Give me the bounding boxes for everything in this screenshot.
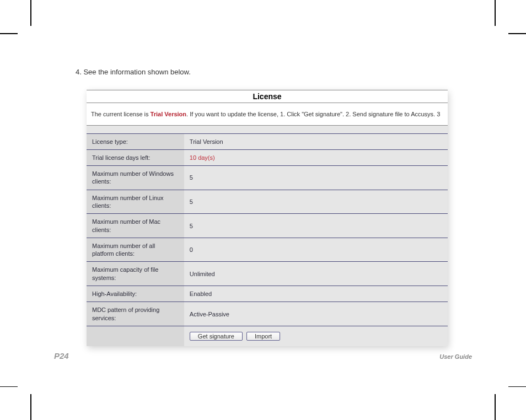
crop-mark — [495, 394, 496, 420]
guide-label: User Guide — [439, 353, 472, 360]
row-value: 5 — [184, 190, 448, 214]
row-value: 0 — [184, 238, 448, 262]
crop-mark — [495, 0, 496, 26]
table-row: Maximum number of all platform clients: … — [87, 238, 448, 262]
table-row: Maximum number of Windows clients: 5 — [87, 166, 448, 190]
row-label: License type: — [87, 133, 184, 149]
panel-title-bar: License — [87, 90, 448, 103]
table-row: MDC pattern of providing services: Activ… — [87, 302, 448, 326]
page-footer: P24 User Guide — [54, 351, 472, 360]
row-value: 10 day(s) — [184, 149, 448, 165]
page-number: P24 — [54, 351, 69, 360]
row-value: Trial Version — [184, 133, 448, 149]
table-row: Maximum number of Mac clients: 5 — [87, 214, 448, 238]
crop-mark — [30, 394, 31, 420]
panel-title: License — [253, 92, 281, 101]
table-row: High-Availability: Enabled — [87, 286, 448, 302]
row-label: Trial license days left: — [87, 149, 184, 165]
button-row: Get signature Import — [87, 326, 448, 346]
row-value: 5 — [184, 166, 448, 190]
license-table: License type: Trial Version Trial licens… — [87, 126, 448, 346]
table-row: License type: Trial Version — [87, 133, 448, 149]
page-content: 4. See the information shown below. Lice… — [76, 68, 526, 346]
crop-mark — [508, 386, 526, 387]
row-value: Enabled — [184, 286, 448, 302]
row-label: High-Availability: — [87, 286, 184, 302]
import-button[interactable]: Import — [246, 332, 280, 341]
table-row: Maximum number of Linux clients: 5 — [87, 190, 448, 214]
row-label: Maximum number of all platform clients: — [87, 238, 184, 262]
notice-post: . If you want to update the license, 1. … — [186, 111, 440, 117]
row-value: 5 — [184, 214, 448, 238]
license-screenshot: License The current license is Trial Ver… — [87, 90, 448, 346]
crop-mark — [0, 386, 18, 387]
crop-mark — [508, 33, 526, 34]
notice-trial-version: Trial Version — [151, 111, 186, 117]
license-notice: The current license is Trial Version. If… — [87, 103, 448, 126]
crop-mark — [30, 0, 31, 26]
row-label: Maximum number of Mac clients: — [87, 214, 184, 238]
row-value: Unlimited — [184, 262, 448, 286]
row-value: Active-Passive — [184, 302, 448, 326]
step-instruction: 4. See the information shown below. — [76, 68, 526, 76]
table-row: Maximum capacity of file systems: Unlimi… — [87, 262, 448, 286]
crop-mark — [0, 33, 18, 34]
row-label: Maximum number of Windows clients: — [87, 166, 184, 190]
row-label: Maximum number of Linux clients: — [87, 190, 184, 214]
table-row: Trial license days left: 10 day(s) — [87, 149, 448, 165]
notice-pre: The current license is — [91, 111, 151, 117]
row-label: MDC pattern of providing services: — [87, 302, 184, 326]
get-signature-button[interactable]: Get signature — [190, 332, 243, 341]
row-label: Maximum capacity of file systems: — [87, 262, 184, 286]
